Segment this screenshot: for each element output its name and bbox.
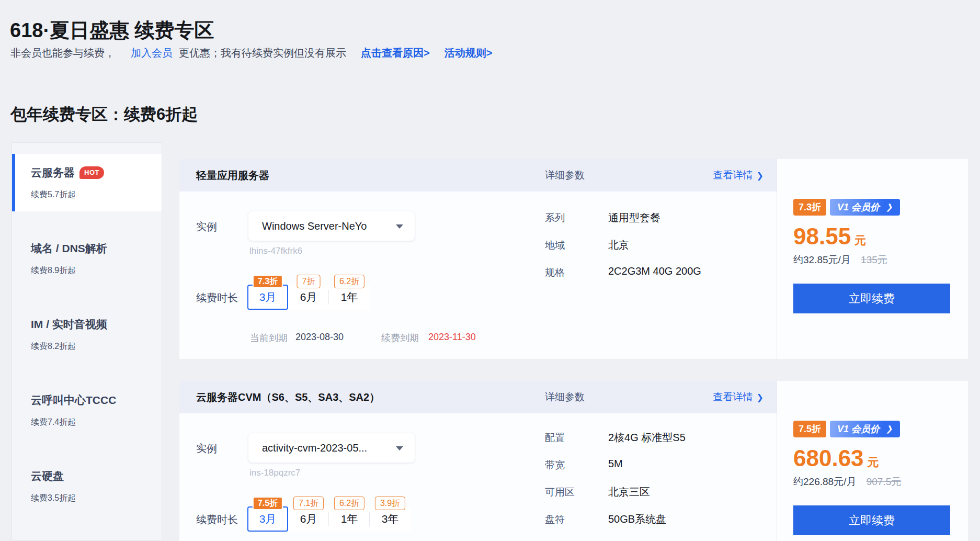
spec-label: 地域	[545, 239, 565, 252]
dropdown-caret-icon	[396, 224, 403, 229]
join-member-link[interactable]: 加入会员	[131, 46, 173, 60]
view-details-label: 查看详情	[713, 170, 753, 181]
sidebar-item-title: 域名 / DNS解析	[31, 241, 107, 256]
discount-badge: 6.2折	[334, 275, 364, 288]
discount-badge: 7.5折	[253, 497, 283, 510]
sidebar-item-subtitle: 续费5.7折起	[31, 189, 76, 200]
renew-now-button[interactable]: 立即续费	[793, 284, 950, 313]
original-price: 135元	[861, 254, 887, 265]
vip-price-badge[interactable]: V1 会员价❯	[830, 421, 900, 437]
sidebar-item-title: 云服务器 HOT	[31, 165, 104, 180]
duration-tabs: 7.5折 3月 7.1折 6月 6.2折 1年 3.9折 3年	[247, 506, 411, 532]
discount-badge: 7.1折	[293, 497, 324, 510]
price-badges: 7.3折 V1 会员价❯	[793, 199, 900, 216]
sidebar-item-label: IM / 实时音视频	[31, 317, 107, 332]
detail-params-label: 详细参数	[545, 381, 585, 413]
duration-tab-3m[interactable]: 7.3折 3月	[247, 285, 288, 310]
spec-label: 盘符	[545, 513, 565, 526]
sidebar-item-cloud-disk[interactable]: 云硬盘 续费3.5折起	[12, 457, 162, 515]
vip-price-label: V1 会员价	[837, 423, 880, 435]
vip-price-badge[interactable]: V1 会员价❯	[830, 199, 900, 216]
current-expiry-label: 当前到期	[250, 332, 288, 344]
spec-value: 50GB系统盘	[608, 512, 666, 526]
view-reason-link[interactable]: 点击查看原因>	[361, 46, 430, 60]
segment-divider	[369, 512, 370, 526]
instance-dropdown-value: activity-cvm-2023-05...	[262, 433, 367, 463]
sidebar-item-subtitle: 续费3.5折起	[31, 493, 76, 504]
product-card-cvm: 云服务器CVM（S6、S5、SA3、SA2） 详细参数 查看详情❯ 实例 act…	[179, 381, 968, 541]
chevron-right-icon: ❯	[757, 393, 764, 402]
spec-label: 系列	[545, 211, 565, 225]
subtitle-middle: 更优惠；我有待续费实例但没有展示	[179, 46, 346, 60]
discount-badge: 7.5折	[793, 421, 826, 437]
instance-dropdown[interactable]: activity-cvm-2023-05...	[248, 433, 415, 463]
duration-tab-3m[interactable]: 7.5折 3月	[247, 506, 288, 532]
chevron-right-icon: ❯	[886, 424, 893, 434]
sidebar-item-cloud-server[interactable]: 云服务器 HOT 续费5.7折起	[12, 154, 162, 211]
chevron-right-icon: ❯	[886, 202, 893, 212]
monthly-price-line: 约226.88元/月 907.5元	[793, 475, 901, 489]
spec-value: 北京三区	[608, 485, 650, 499]
duration-tab-1y[interactable]: 6.2折 1年	[329, 506, 370, 532]
monthly-price: 约32.85元/月	[793, 254, 851, 265]
sidebar-item-subtitle: 续费8.9折起	[31, 265, 76, 276]
duration-label: 续费时长	[196, 513, 238, 527]
spec-label: 带宽	[545, 458, 565, 472]
renewal-expiry-label: 续费到期	[381, 332, 419, 344]
sidebar-item-domain-dns[interactable]: 域名 / DNS解析 续费8.9折起	[12, 230, 162, 287]
duration-tab-1y[interactable]: 6.2折 1年	[329, 285, 370, 310]
renewal-promo-page: { "page": { "title": "618·夏日盛惠 续费专区", "s…	[0, 0, 980, 541]
price-unit: 元	[868, 455, 879, 470]
active-indicator-bar	[12, 154, 15, 211]
segment-divider	[328, 290, 329, 305]
original-price: 907.5元	[867, 476, 902, 487]
sidebar-item-im-trtc[interactable]: IM / 实时音视频 续费8.2折起	[12, 306, 162, 363]
price-line: 680.63 元	[793, 447, 879, 470]
price-amount: 98.55	[793, 225, 851, 248]
duration-tab-label: 6月	[300, 512, 317, 526]
price-line: 98.55 元	[793, 225, 866, 249]
expiry-dates-row: 当前到期 2023-08-30 续费到期 2023-11-30	[179, 332, 777, 345]
duration-tab-6m[interactable]: 7.1折 6月	[288, 506, 329, 532]
spec-value: 北京	[608, 238, 629, 252]
spec-value: 通用型套餐	[608, 211, 660, 225]
spec-label: 配置	[545, 431, 565, 445]
sidebar-item-subtitle: 续费7.4折起	[31, 417, 76, 428]
instance-id: lhins-47fkfrk6	[249, 246, 302, 256]
subtitle-prefix: 非会员也能参与续费，	[10, 46, 115, 60]
spec-label: 规格	[545, 266, 565, 279]
duration-tab-3y[interactable]: 3.9折 3年	[370, 506, 411, 532]
instance-label: 实例	[196, 220, 217, 234]
sidebar-item-title: 云硬盘	[31, 469, 64, 483]
renew-now-button[interactable]: 立即续费	[793, 505, 950, 535]
sidebar-item-label: 云硬盘	[31, 469, 64, 483]
chevron-right-icon: ❯	[757, 171, 764, 180]
dropdown-caret-icon	[396, 446, 403, 450]
renewal-expiry-value: 2023-11-30	[428, 332, 476, 343]
duration-tab-label: 1年	[341, 290, 358, 305]
instance-dropdown[interactable]: Windows Server-NeYo	[248, 211, 415, 241]
view-details-link[interactable]: 查看详情❯	[713, 381, 764, 414]
price-amount: 680.63	[793, 447, 864, 470]
sidebar-item-label: 云呼叫中心TCCC	[31, 393, 116, 408]
price-unit: 元	[854, 233, 866, 249]
discount-badge: 7.3折	[253, 275, 283, 288]
sidebar-item-tccc[interactable]: 云呼叫中心TCCC 续费7.4折起	[12, 381, 162, 439]
discount-badge: 7.3折	[793, 199, 826, 216]
current-expiry-value: 2023-08-30	[295, 332, 344, 343]
spec-value: 2C2G3M 40G 200G	[608, 265, 701, 277]
spec-value: 2核4G 标准型S5	[608, 431, 686, 445]
vip-price-label: V1 会员价	[837, 201, 880, 213]
activity-rules-link[interactable]: 活动规则>	[445, 46, 493, 60]
price-panel-divider	[777, 381, 777, 541]
duration-label: 续费时长	[196, 291, 238, 305]
sidebar-item-label: 云服务器	[31, 165, 75, 180]
view-details-link[interactable]: 查看详情❯	[713, 159, 764, 192]
price-badges: 7.5折 V1 会员价❯	[793, 421, 900, 437]
duration-tab-label: 3月	[259, 512, 277, 526]
monthly-price: 约226.88元/月	[793, 476, 856, 487]
duration-tab-label: 1年	[341, 512, 358, 526]
card-title: 轻量应用服务器	[196, 159, 269, 191]
card-title: 云服务器CVM（S6、S5、SA3、SA2）	[196, 381, 380, 413]
duration-tab-6m[interactable]: 7折 6月	[288, 285, 329, 310]
